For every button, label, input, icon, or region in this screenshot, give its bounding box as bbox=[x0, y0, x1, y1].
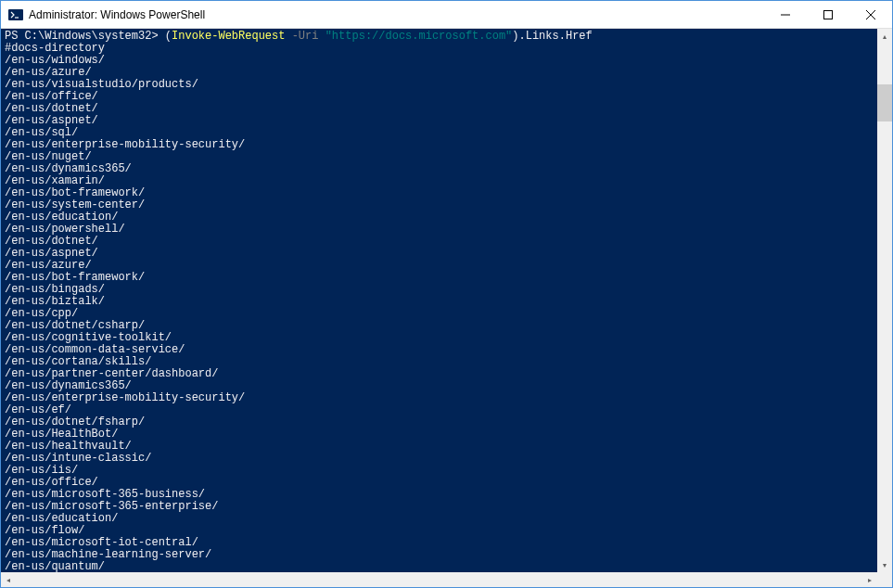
output-line: /en-us/windows/ bbox=[5, 55, 888, 67]
member-access: .Links.Href bbox=[519, 30, 593, 43]
powershell-icon bbox=[8, 7, 23, 22]
cmdlet: Invoke-WebRequest bbox=[172, 30, 285, 43]
output-line: /en-us/aspnet/ bbox=[5, 115, 888, 127]
output-line: /en-us/bingads/ bbox=[5, 284, 888, 296]
vertical-scrollbar[interactable]: ▴ ▾ bbox=[877, 29, 892, 572]
paren-close: ) bbox=[512, 30, 518, 43]
output-line: /en-us/intune-classic/ bbox=[5, 453, 888, 465]
scroll-thumb-vertical[interactable] bbox=[877, 84, 892, 121]
scroll-right-arrow[interactable]: ▸ bbox=[862, 572, 877, 587]
output-line: /en-us/iis/ bbox=[5, 465, 888, 477]
prompt-line: PS C:\Windows\system32> (Invoke-WebReque… bbox=[5, 31, 888, 43]
output-line: /en-us/dotnet/ bbox=[5, 103, 888, 115]
output-line: /en-us/enterprise-mobility-security/ bbox=[5, 139, 888, 151]
output-line: /en-us/powershell/ bbox=[5, 224, 888, 236]
scroll-up-arrow[interactable]: ▴ bbox=[877, 29, 892, 44]
output-line: /en-us/bot-framework/ bbox=[5, 272, 888, 284]
scroll-left-arrow[interactable]: ◂ bbox=[1, 572, 16, 587]
output-line: #docs-directory bbox=[5, 43, 888, 55]
output-line: /en-us/biztalk/ bbox=[5, 296, 888, 308]
maximize-button[interactable] bbox=[807, 1, 849, 28]
output-line: /en-us/partner-center/dashboard/ bbox=[5, 368, 888, 380]
output-line: /en-us/education/ bbox=[5, 513, 888, 525]
output-line: /en-us/education/ bbox=[5, 211, 888, 224]
close-button[interactable] bbox=[849, 1, 892, 28]
scrollbar-corner bbox=[877, 572, 892, 587]
window-title: Administrator: Windows PowerShell bbox=[29, 8, 764, 21]
output-line: /en-us/machine-learning-server/ bbox=[5, 549, 888, 561]
output-line: /en-us/aspnet/ bbox=[5, 248, 888, 260]
prompt-prefix: PS C:\Windows\system32> bbox=[5, 30, 165, 43]
horizontal-scrollbar[interactable]: ◂ ▸ bbox=[1, 572, 877, 587]
output-line: /en-us/visualstudio/products/ bbox=[5, 79, 888, 91]
minimize-button[interactable] bbox=[764, 1, 807, 28]
console-body[interactable]: PS C:\Windows\system32> (Invoke-WebReque… bbox=[1, 29, 892, 587]
output-line: /en-us/HealthBot/ bbox=[5, 428, 888, 441]
titlebar[interactable]: Administrator: Windows PowerShell bbox=[1, 1, 892, 29]
param: -Uri bbox=[285, 30, 325, 43]
output-line: /en-us/nuget/ bbox=[5, 151, 888, 163]
scroll-down-arrow[interactable]: ▾ bbox=[877, 557, 892, 572]
console-output[interactable]: PS C:\Windows\system32> (Invoke-WebReque… bbox=[1, 29, 892, 587]
output-line: /en-us/dynamics365/ bbox=[5, 163, 888, 175]
powershell-window: Administrator: Windows PowerShell PS C:\… bbox=[0, 0, 893, 588]
output-line: /en-us/office/ bbox=[5, 91, 888, 103]
output-line: /en-us/enterprise-mobility-security/ bbox=[5, 392, 888, 404]
output-line: /en-us/dotnet/ bbox=[5, 236, 888, 248]
svg-rect-0 bbox=[8, 9, 23, 20]
url-string: "https://docs.microsoft.com" bbox=[325, 30, 513, 43]
output-line: /en-us/microsoft-365-enterprise/ bbox=[5, 501, 888, 513]
output-line: /en-us/dotnet/fsharp/ bbox=[5, 416, 888, 428]
paren-open: ( bbox=[165, 30, 172, 43]
output-lines: #docs-directory/en-us/windows//en-us/azu… bbox=[5, 43, 888, 587]
window-controls bbox=[764, 1, 892, 28]
output-line: /en-us/system-center/ bbox=[5, 199, 888, 211]
svg-rect-3 bbox=[824, 10, 833, 19]
